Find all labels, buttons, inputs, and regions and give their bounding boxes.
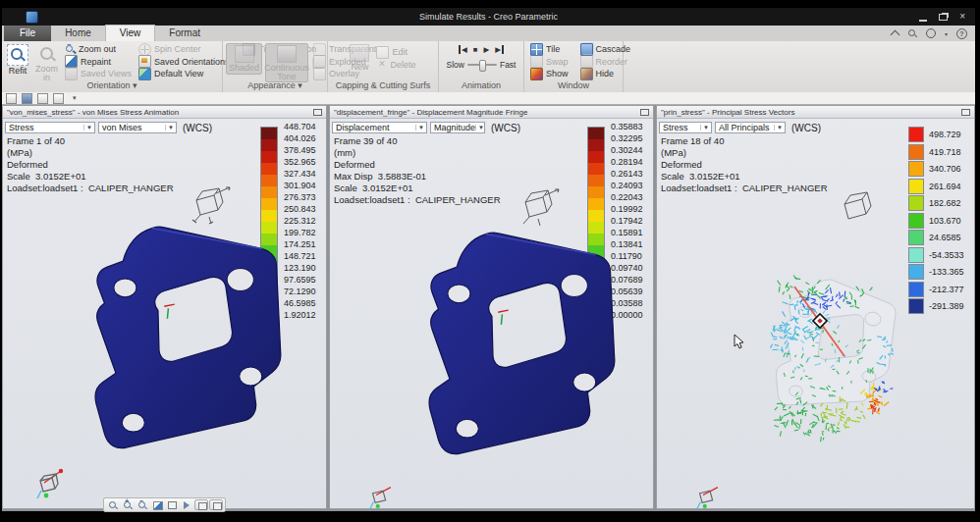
legend-color-block	[588, 139, 604, 151]
caliper-hanger-body	[429, 233, 615, 454]
application-window: Simulate Results - Creo Parametric × Fil…	[2, 8, 975, 511]
default-view-icon	[138, 68, 151, 80]
slider-thumb[interactable]	[479, 60, 486, 72]
legend-color-block	[261, 186, 277, 198]
speed-slider[interactable]	[467, 64, 497, 66]
bolt-hole	[573, 373, 596, 392]
display-options-icon[interactable]	[926, 28, 936, 38]
viewport-von-mises: "von_mises_stress" - von Mises Stress An…	[2, 105, 327, 509]
model-canvas[interactable]	[391, 222, 638, 479]
ribbon-tabs: File Home View Format ▾ ?	[2, 26, 975, 41]
quick-access-dropdown-icon[interactable]: ▾	[73, 94, 77, 102]
group-label-capping[interactable]: Capping & Cutting Surfs	[328, 80, 438, 91]
quantity-dropdown[interactable]: Stress▼	[5, 122, 95, 133]
edit-capping-button[interactable]: Edit	[374, 46, 417, 59]
refit-button[interactable]	[106, 499, 120, 510]
legend-color-block	[261, 139, 277, 151]
minimize-icon[interactable]	[919, 13, 927, 22]
csys-label: (WCS)	[491, 123, 520, 133]
swap-icon	[530, 55, 543, 68]
zoom-out-button[interactable]: −	[136, 499, 149, 510]
legend-color-block	[588, 186, 604, 198]
pane-restore-icon[interactable]	[313, 109, 322, 116]
viewport-header[interactable]: "von_mises_stress" - von Mises Stress An…	[3, 106, 326, 119]
legend-tick-label: 0.26143	[611, 169, 643, 179]
group-label-animation[interactable]: Animation	[439, 80, 523, 91]
bolt-hole	[561, 274, 587, 296]
tab-home[interactable]: Home	[51, 26, 105, 41]
group-capping: New Edit ✕ Delete Capping & Cutting Surf…	[328, 41, 439, 92]
new-file-icon[interactable]	[6, 93, 17, 104]
default-view-button[interactable]	[180, 499, 193, 510]
collapse-ribbon-icon[interactable]	[891, 30, 900, 40]
close-icon[interactable]: ×	[959, 13, 965, 21]
link-views-toggle[interactable]	[209, 499, 223, 510]
quantity-dropdown[interactable]: Displacement▼	[332, 122, 427, 133]
result-info: Frame 39 of 40(mm)DeformedMax Disp 3.588…	[334, 135, 501, 206]
window-title: Simulate Results - Creo Parametric	[2, 12, 975, 22]
show-icon	[530, 68, 543, 80]
shaded-button[interactable]: Shaded	[226, 43, 262, 75]
zoom-in-button[interactable]: +	[121, 499, 135, 510]
go-to-start-button[interactable]: ◀	[459, 45, 467, 54]
info-line: Loadset:loadset1 : CALIPER_HANGER	[334, 194, 501, 206]
saved-orientations-button[interactable]	[165, 499, 179, 510]
legend-tick-label: 250.843	[284, 204, 316, 214]
exploded-icon	[313, 55, 326, 68]
play-button[interactable]: ▶	[483, 45, 489, 54]
legend-color-block	[588, 163, 604, 175]
refit-button[interactable]: Refit	[5, 43, 30, 77]
model-canvas[interactable]	[57, 216, 304, 473]
group-label-window[interactable]: Window	[524, 80, 623, 91]
component-dropdown[interactable]: Magnitude▼	[430, 122, 485, 133]
delete-capping-button[interactable]: ✕ Delete	[374, 59, 417, 72]
ribbon-filler	[624, 41, 975, 92]
viewport-principal-stress: "prin_stress" - Principal Stress Vectors…	[656, 105, 975, 509]
repaint-button[interactable]: Repaint	[63, 56, 134, 69]
close-window-icon[interactable]	[53, 93, 64, 104]
group-label-orientation[interactable]: Orientation ▾	[2, 80, 222, 91]
help-icon[interactable]: ?	[956, 28, 967, 39]
show-button[interactable]: Show	[528, 68, 571, 80]
viewport-header[interactable]: "displacement_fringe" - Displacement Mag…	[330, 106, 653, 119]
saved-orientations-icon	[138, 55, 151, 68]
group-label-appearance[interactable]: Appearance ▾	[223, 80, 327, 91]
legend-color-block	[588, 210, 604, 222]
legend-color-block	[261, 151, 277, 163]
shaded-icon	[235, 45, 254, 63]
vector-plot-canvas[interactable]	[657, 106, 974, 508]
tab-file[interactable]: File	[4, 26, 51, 41]
swap-button[interactable]: Swap	[528, 56, 571, 69]
tab-view[interactable]: View	[105, 25, 156, 41]
zoom-out-button[interactable]: − Zoom out	[63, 43, 134, 56]
tile-button[interactable]: Tile	[528, 43, 571, 56]
zoom-in-button[interactable]: Zoom in	[33, 43, 60, 82]
title-bar[interactable]: Simulate Results - Creo Parametric ×	[2, 8, 975, 26]
open-window-icon[interactable]	[37, 93, 48, 104]
legend-color-block	[588, 198, 604, 210]
go-to-end-button[interactable]: ▶	[495, 45, 504, 54]
single-window-toggle[interactable]	[194, 499, 208, 510]
info-line: (mm)	[334, 147, 501, 159]
component-dropdown[interactable]: von Mises▼	[98, 122, 177, 133]
new-capping-button[interactable]: New	[348, 43, 371, 73]
restore-icon[interactable]	[939, 14, 948, 21]
search-icon[interactable]	[907, 28, 917, 38]
mouse-cursor	[734, 334, 745, 349]
reorder-icon	[580, 55, 593, 68]
new-capping-icon	[350, 44, 369, 62]
pane-restore-icon[interactable]	[640, 109, 649, 116]
saved-views-button[interactable]: Saved Views	[63, 68, 134, 80]
chevron-down-icon: ▼	[415, 125, 426, 130]
info-line: Scale 3.0152E+01	[334, 183, 501, 194]
chevron-down-icon[interactable]: ▾	[945, 30, 948, 37]
continuous-tone-button[interactable]: Continuous Tone	[265, 43, 308, 82]
tab-format[interactable]: Format	[155, 26, 214, 41]
repaint-icon	[65, 55, 78, 68]
stop-button[interactable]: ■	[473, 45, 478, 54]
repaint-button[interactable]	[150, 499, 164, 510]
save-icon[interactable]	[22, 93, 32, 104]
legend-tick-label: 404.026	[284, 133, 316, 143]
fast-label: Fast	[500, 60, 517, 70]
legend-color-block	[588, 128, 604, 139]
